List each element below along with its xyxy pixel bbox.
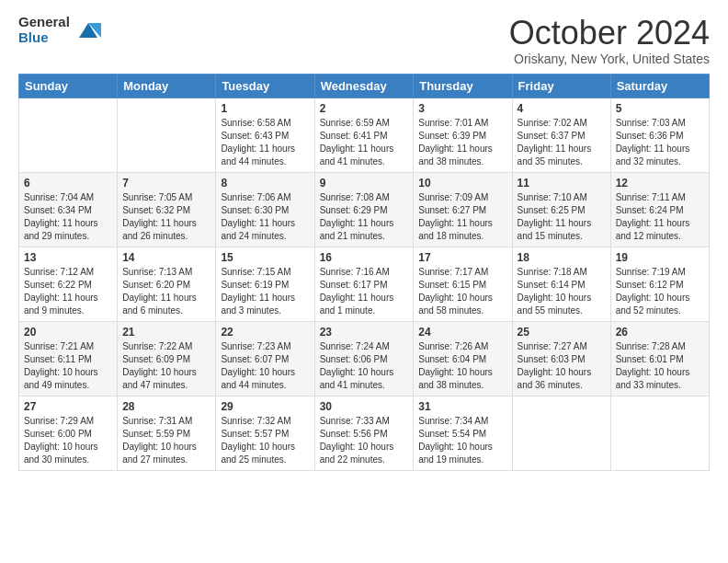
day-detail: Sunrise: 7:29 AM Sunset: 6:00 PM Dayligh… xyxy=(24,415,112,466)
week-row-0: 1Sunrise: 6:58 AM Sunset: 6:43 PM Daylig… xyxy=(19,98,710,172)
day-cell: 4Sunrise: 7:02 AM Sunset: 6:37 PM Daylig… xyxy=(512,98,610,172)
day-number: 20 xyxy=(24,326,112,339)
day-detail: Sunrise: 7:08 AM Sunset: 6:29 PM Dayligh… xyxy=(320,191,409,243)
day-detail: Sunrise: 7:18 AM Sunset: 6:14 PM Dayligh… xyxy=(518,266,606,317)
day-detail: Sunrise: 7:19 AM Sunset: 6:12 PM Dayligh… xyxy=(616,266,704,317)
day-cell: 2Sunrise: 6:59 AM Sunset: 6:41 PM Daylig… xyxy=(314,98,414,172)
day-number: 24 xyxy=(418,326,506,339)
day-detail: Sunrise: 7:06 AM Sunset: 6:30 PM Dayligh… xyxy=(221,191,309,243)
calendar-table: SundayMondayTuesdayWednesdayThursdayFrid… xyxy=(18,74,710,471)
day-cell: 12Sunrise: 7:11 AM Sunset: 6:24 PM Dayli… xyxy=(610,172,709,247)
day-detail: Sunrise: 7:31 AM Sunset: 5:59 PM Dayligh… xyxy=(122,415,210,466)
day-number: 7 xyxy=(122,177,210,190)
day-number: 29 xyxy=(221,400,309,413)
day-cell xyxy=(118,98,216,172)
week-row-4: 27Sunrise: 7:29 AM Sunset: 6:00 PM Dayli… xyxy=(19,396,710,470)
page: General Blue October 2024 Oriskany, New … xyxy=(0,0,728,489)
day-cell: 5Sunrise: 7:03 AM Sunset: 6:36 PM Daylig… xyxy=(610,98,709,172)
day-cell: 17Sunrise: 7:17 AM Sunset: 6:15 PM Dayli… xyxy=(414,247,512,321)
day-cell xyxy=(610,396,709,470)
day-cell: 22Sunrise: 7:23 AM Sunset: 6:07 PM Dayli… xyxy=(216,321,314,396)
day-detail: Sunrise: 7:09 AM Sunset: 6:27 PM Dayligh… xyxy=(418,191,506,243)
day-number: 1 xyxy=(221,102,309,115)
day-detail: Sunrise: 7:23 AM Sunset: 6:07 PM Dayligh… xyxy=(221,340,309,392)
day-cell: 30Sunrise: 7:33 AM Sunset: 5:56 PM Dayli… xyxy=(314,396,414,470)
day-cell: 9Sunrise: 7:08 AM Sunset: 6:29 PM Daylig… xyxy=(314,172,414,247)
day-cell: 19Sunrise: 7:19 AM Sunset: 6:12 PM Dayli… xyxy=(610,247,709,321)
day-cell: 1Sunrise: 6:58 AM Sunset: 6:43 PM Daylig… xyxy=(216,98,314,172)
day-detail: Sunrise: 6:58 AM Sunset: 6:43 PM Dayligh… xyxy=(221,117,309,168)
day-number: 19 xyxy=(616,251,704,264)
day-detail: Sunrise: 7:17 AM Sunset: 6:15 PM Dayligh… xyxy=(418,266,506,317)
day-detail: Sunrise: 7:21 AM Sunset: 6:11 PM Dayligh… xyxy=(24,340,112,392)
logo-icon xyxy=(75,17,101,43)
day-number: 17 xyxy=(418,251,506,264)
day-cell: 13Sunrise: 7:12 AM Sunset: 6:22 PM Dayli… xyxy=(19,247,118,321)
day-cell: 31Sunrise: 7:34 AM Sunset: 5:54 PM Dayli… xyxy=(414,396,512,470)
day-number: 10 xyxy=(418,177,506,190)
day-cell xyxy=(512,396,610,470)
day-number: 5 xyxy=(616,102,704,115)
day-number: 28 xyxy=(122,400,210,413)
day-cell: 29Sunrise: 7:32 AM Sunset: 5:57 PM Dayli… xyxy=(216,396,314,470)
day-cell: 25Sunrise: 7:27 AM Sunset: 6:03 PM Dayli… xyxy=(512,321,610,396)
day-detail: Sunrise: 7:04 AM Sunset: 6:34 PM Dayligh… xyxy=(24,191,112,243)
day-detail: Sunrise: 7:16 AM Sunset: 6:17 PM Dayligh… xyxy=(320,266,409,317)
day-number: 4 xyxy=(518,102,606,115)
day-detail: Sunrise: 7:27 AM Sunset: 6:03 PM Dayligh… xyxy=(518,340,606,392)
day-detail: Sunrise: 7:02 AM Sunset: 6:37 PM Dayligh… xyxy=(518,117,606,168)
logo-blue: Blue xyxy=(18,30,70,46)
day-number: 18 xyxy=(518,251,606,264)
day-cell: 6Sunrise: 7:04 AM Sunset: 6:34 PM Daylig… xyxy=(19,172,118,247)
day-number: 30 xyxy=(320,400,409,413)
week-row-1: 6Sunrise: 7:04 AM Sunset: 6:34 PM Daylig… xyxy=(19,172,710,247)
day-detail: Sunrise: 7:24 AM Sunset: 6:06 PM Dayligh… xyxy=(320,340,409,392)
day-header-row: SundayMondayTuesdayWednesdayThursdayFrid… xyxy=(19,74,710,98)
day-number: 11 xyxy=(518,177,606,190)
day-detail: Sunrise: 7:26 AM Sunset: 6:04 PM Dayligh… xyxy=(418,340,506,392)
day-number: 13 xyxy=(24,251,112,264)
logo-text: General Blue xyxy=(18,15,70,45)
day-cell: 28Sunrise: 7:31 AM Sunset: 5:59 PM Dayli… xyxy=(118,396,216,470)
day-detail: Sunrise: 7:03 AM Sunset: 6:36 PM Dayligh… xyxy=(616,117,704,168)
day-cell: 11Sunrise: 7:10 AM Sunset: 6:25 PM Dayli… xyxy=(512,172,610,247)
day-cell: 26Sunrise: 7:28 AM Sunset: 6:01 PM Dayli… xyxy=(610,321,709,396)
title-block: October 2024 Oriskany, New York, United … xyxy=(509,15,710,66)
day-detail: Sunrise: 7:15 AM Sunset: 6:19 PM Dayligh… xyxy=(221,266,309,317)
day-number: 6 xyxy=(24,177,112,190)
day-header-thursday: Thursday xyxy=(414,74,512,98)
location: Oriskany, New York, United States xyxy=(509,52,710,66)
week-row-2: 13Sunrise: 7:12 AM Sunset: 6:22 PM Dayli… xyxy=(19,247,710,321)
day-cell: 24Sunrise: 7:26 AM Sunset: 6:04 PM Dayli… xyxy=(414,321,512,396)
day-cell: 16Sunrise: 7:16 AM Sunset: 6:17 PM Dayli… xyxy=(314,247,414,321)
day-number: 31 xyxy=(418,400,506,413)
day-detail: Sunrise: 7:01 AM Sunset: 6:39 PM Dayligh… xyxy=(418,117,506,168)
day-cell: 27Sunrise: 7:29 AM Sunset: 6:00 PM Dayli… xyxy=(19,396,118,470)
logo-general: General xyxy=(18,15,70,30)
day-number: 22 xyxy=(221,326,309,339)
day-detail: Sunrise: 7:34 AM Sunset: 5:54 PM Dayligh… xyxy=(418,415,506,466)
day-number: 23 xyxy=(320,326,409,339)
day-number: 9 xyxy=(320,177,409,190)
day-header-sunday: Sunday xyxy=(19,74,118,98)
day-detail: Sunrise: 7:10 AM Sunset: 6:25 PM Dayligh… xyxy=(518,191,606,243)
day-cell: 23Sunrise: 7:24 AM Sunset: 6:06 PM Dayli… xyxy=(314,321,414,396)
day-detail: Sunrise: 7:11 AM Sunset: 6:24 PM Dayligh… xyxy=(616,191,704,243)
day-cell: 20Sunrise: 7:21 AM Sunset: 6:11 PM Dayli… xyxy=(19,321,118,396)
calendar-header: SundayMondayTuesdayWednesdayThursdayFrid… xyxy=(19,74,710,98)
day-header-saturday: Saturday xyxy=(610,74,709,98)
day-detail: Sunrise: 7:32 AM Sunset: 5:57 PM Dayligh… xyxy=(221,415,309,466)
day-detail: Sunrise: 7:22 AM Sunset: 6:09 PM Dayligh… xyxy=(122,340,210,392)
day-header-wednesday: Wednesday xyxy=(314,74,414,98)
week-row-3: 20Sunrise: 7:21 AM Sunset: 6:11 PM Dayli… xyxy=(19,321,710,396)
day-number: 26 xyxy=(616,326,704,339)
day-cell: 10Sunrise: 7:09 AM Sunset: 6:27 PM Dayli… xyxy=(414,172,512,247)
day-number: 21 xyxy=(122,326,210,339)
day-number: 14 xyxy=(122,251,210,264)
day-number: 27 xyxy=(24,400,112,413)
calendar-body: 1Sunrise: 6:58 AM Sunset: 6:43 PM Daylig… xyxy=(19,98,710,470)
day-number: 25 xyxy=(518,326,606,339)
day-number: 3 xyxy=(418,102,506,115)
day-detail: Sunrise: 6:59 AM Sunset: 6:41 PM Dayligh… xyxy=(320,117,409,168)
day-detail: Sunrise: 7:28 AM Sunset: 6:01 PM Dayligh… xyxy=(616,340,704,392)
